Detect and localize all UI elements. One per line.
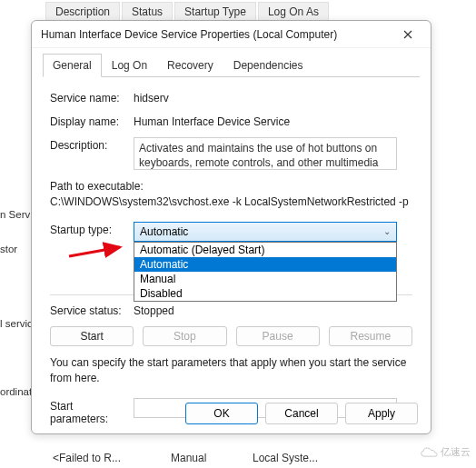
description-box[interactable]: Activates and maintains the use of hot b…	[134, 137, 397, 170]
option-manual[interactable]: Manual	[134, 272, 396, 286]
col-description[interactable]: Description	[45, 2, 120, 22]
value-display-name: Human Interface Device Service	[134, 114, 412, 128]
label-display-name: Display name:	[50, 114, 134, 128]
apply-button[interactable]: Apply	[345, 403, 418, 424]
value-service-status: Stopped	[134, 303, 412, 317]
background-bottom-row: <Failed to R... Manual Local Syste...	[45, 450, 327, 466]
dialog-footer: OK Cancel Apply	[185, 403, 418, 424]
option-disabled[interactable]: Disabled	[134, 286, 396, 301]
tab-recovery[interactable]: Recovery	[157, 54, 223, 77]
bgrow-c3: Local Syste...	[245, 450, 327, 466]
combo-display[interactable]: Automatic ⌄	[134, 222, 397, 242]
col-startup-type[interactable]: Startup Type	[174, 2, 256, 22]
titlebar[interactable]: Human Interface Device Service Propertie…	[32, 21, 431, 48]
label-service-name: Service name:	[50, 90, 134, 105]
params-note: You can specify the start parameters tha…	[50, 355, 412, 386]
combo-selected-text: Automatic	[140, 225, 188, 238]
ok-button[interactable]: OK	[185, 403, 258, 424]
label-start-params: Start parameters:	[50, 398, 134, 425]
tab-general[interactable]: General	[43, 54, 102, 77]
stop-button: Stop	[143, 326, 226, 346]
frag-4: ordinat	[0, 386, 32, 397]
chevron-down-icon: ⌄	[383, 226, 391, 236]
close-icon	[403, 30, 412, 39]
label-service-status: Service status:	[50, 303, 134, 317]
frag-2: stor	[0, 244, 17, 254]
cloud-icon	[420, 446, 438, 459]
cancel-button[interactable]: Cancel	[265, 403, 338, 424]
tab-dependencies[interactable]: Dependencies	[223, 54, 313, 77]
watermark-text: 亿速云	[441, 445, 471, 459]
background-column-headers: Description Status Startup Type Log On A…	[45, 2, 329, 22]
label-startup-type: Startup type:	[50, 222, 134, 236]
left-background-fragments: n Servic stor l service ordinat	[0, 0, 31, 468]
dialog-title: Human Interface Device Service Propertie…	[41, 28, 394, 41]
control-buttons: Start Stop Pause Resume	[50, 326, 412, 346]
startup-dropdown: Automatic (Delayed Start) Automatic Manu…	[134, 242, 397, 302]
tab-strip: General Log On Recovery Dependencies	[32, 48, 431, 77]
properties-dialog: Human Interface Device Service Propertie…	[31, 20, 431, 434]
bgrow-c2: Manual	[164, 450, 245, 466]
start-button[interactable]: Start	[50, 326, 134, 346]
resume-button: Resume	[329, 326, 412, 346]
value-service-name: hidserv	[134, 90, 412, 105]
watermark: 亿速云	[420, 445, 471, 459]
bgrow-c1: <Failed to R...	[45, 450, 164, 466]
tab-log-on[interactable]: Log On	[102, 54, 157, 77]
close-button[interactable]	[394, 24, 421, 45]
value-path: C:\WINDOWS\system32\svchost.exe -k Local…	[50, 194, 412, 210]
option-delayed[interactable]: Automatic (Delayed Start)	[134, 243, 396, 257]
label-description: Description:	[50, 137, 134, 152]
option-automatic[interactable]: Automatic	[134, 257, 396, 272]
pause-button: Pause	[236, 326, 320, 346]
startup-type-combo[interactable]: Automatic ⌄ Automatic (Delayed Start) Au…	[134, 222, 397, 242]
label-path: Path to executable:	[50, 179, 412, 194]
dialog-content: Service name: hidserv Display name: Huma…	[32, 77, 431, 443]
col-log-on-as[interactable]: Log On As	[258, 2, 329, 22]
col-status[interactable]: Status	[122, 2, 173, 22]
